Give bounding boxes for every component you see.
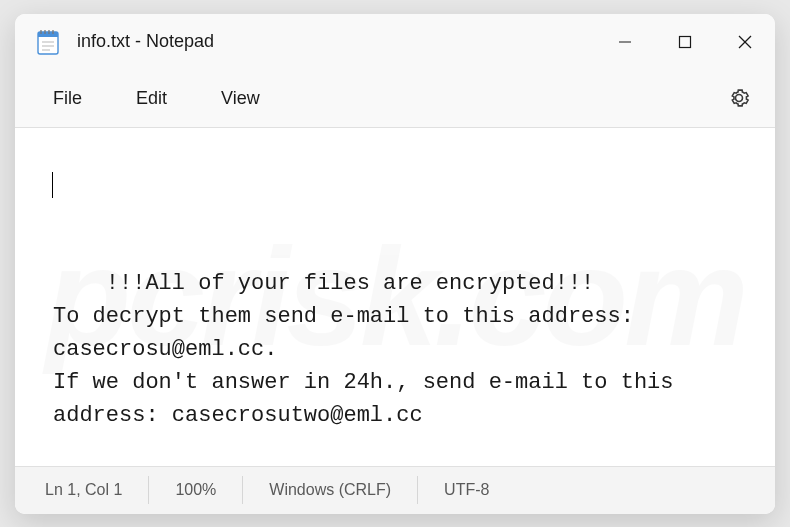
status-position: Ln 1, Col 1 bbox=[35, 476, 149, 504]
svg-rect-10 bbox=[680, 36, 691, 47]
text-editor[interactable]: pcrisk.com !!!All of your files are encr… bbox=[15, 128, 775, 466]
close-icon bbox=[738, 35, 752, 49]
window-controls bbox=[595, 14, 775, 70]
menubar: File Edit View bbox=[15, 70, 775, 128]
minimize-button[interactable] bbox=[595, 14, 655, 70]
status-zoom[interactable]: 100% bbox=[149, 476, 243, 504]
menu-edit[interactable]: Edit bbox=[114, 80, 189, 117]
notepad-icon bbox=[35, 27, 61, 57]
menu-file[interactable]: File bbox=[31, 80, 104, 117]
close-button[interactable] bbox=[715, 14, 775, 70]
maximize-icon bbox=[678, 35, 692, 49]
menu-view[interactable]: View bbox=[199, 80, 282, 117]
maximize-button[interactable] bbox=[655, 14, 715, 70]
minimize-icon bbox=[618, 35, 632, 49]
titlebar: info.txt - Notepad bbox=[15, 14, 775, 70]
text-caret bbox=[52, 172, 53, 198]
status-lineending: Windows (CRLF) bbox=[243, 476, 418, 504]
notepad-window: info.txt - Notepad File Edit Vi bbox=[15, 14, 775, 514]
settings-button[interactable] bbox=[719, 78, 759, 118]
window-title: info.txt - Notepad bbox=[77, 31, 595, 52]
status-encoding: UTF-8 bbox=[418, 476, 515, 504]
gear-icon bbox=[727, 86, 751, 110]
statusbar: Ln 1, Col 1 100% Windows (CRLF) UTF-8 bbox=[15, 466, 775, 514]
editor-content: !!!All of your files are encrypted!!! To… bbox=[53, 271, 687, 428]
